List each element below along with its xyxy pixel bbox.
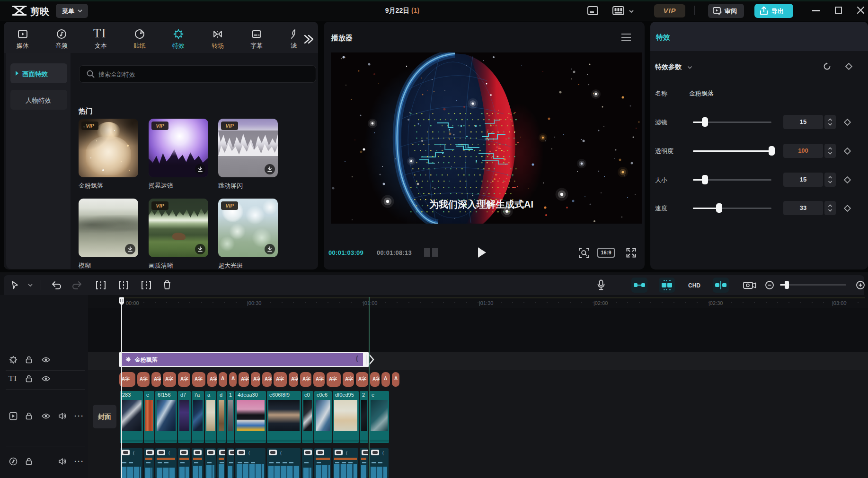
svg-text:为我们深入理解生成式AI: 为我们深入理解生成式AI	[429, 199, 533, 209]
svg-text:CHD: CHD	[688, 282, 700, 289]
